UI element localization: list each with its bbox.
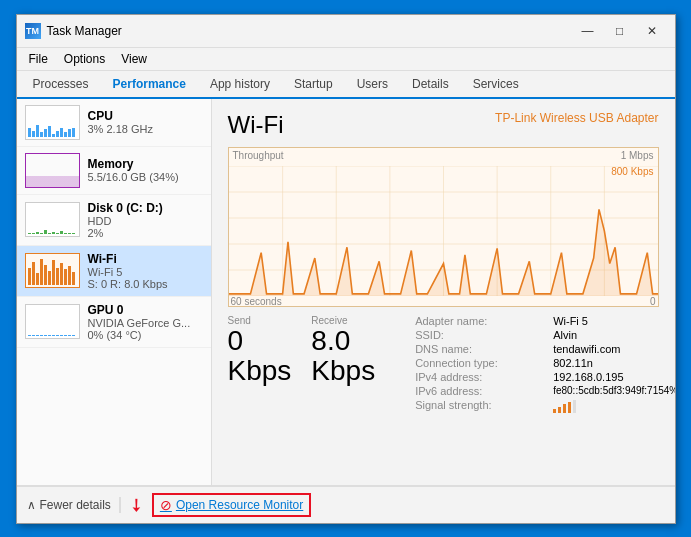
send-value: 0 Kbps — [228, 326, 292, 388]
maximize-button[interactable]: □ — [605, 21, 635, 41]
wifi-info: Wi-Fi Wi-Fi 5S: 0 R: 8.0 Kbps — [88, 252, 203, 290]
sidebar-item-gpu[interactable]: GPU 0 NVIDIA GeForce G...0% (34 °C) — [17, 297, 211, 348]
adapter-name-value: Wi-Fi 5 — [553, 315, 674, 327]
signal-bar-3 — [563, 404, 566, 413]
task-manager-window: TM Task Manager — □ ✕ File Options View … — [16, 14, 676, 524]
receive-value: 8.0 Kbps — [311, 326, 375, 388]
signal-bar-4 — [568, 402, 571, 413]
tab-details[interactable]: Details — [400, 71, 461, 97]
sidebar-item-memory[interactable]: Memory 5.5/16.0 GB (34%) — [17, 147, 211, 195]
tab-services[interactable]: Services — [461, 71, 531, 97]
signal-label: Signal strength: — [415, 399, 545, 413]
signal-bar-1 — [553, 409, 556, 413]
arrow-icon: ➘ — [123, 491, 149, 517]
memory-name: Memory — [88, 157, 203, 171]
time-start-label: 60 seconds — [231, 296, 282, 307]
sidebar-item-disk[interactable]: Disk 0 (C: D:) HDD2% — [17, 195, 211, 246]
tab-users[interactable]: Users — [345, 71, 400, 97]
send-label: Send — [228, 315, 292, 326]
open-resource-monitor-button[interactable]: ⊘ Open Resource Monitor — [152, 493, 311, 517]
sidebar: CPU 3% 2.18 GHz Memory 5.5/16.0 GB (34%) — [17, 99, 212, 485]
tab-startup[interactable]: Startup — [282, 71, 345, 97]
main-header: Wi-Fi TP-Link Wireless USB Adapter — [228, 111, 659, 139]
bottom-bar: ∧ Fewer details ➘ ⊘ Open Resource Monito… — [17, 485, 675, 523]
details-grid: Adapter name: Wi-Fi 5 SSID: Alvin DNS na… — [415, 315, 674, 413]
ipv4-value: 192.168.0.195 — [553, 371, 674, 383]
tab-bar: Processes Performance App history Startu… — [17, 71, 675, 99]
connection-label: Connection type: — [415, 357, 545, 369]
wifi-sub: Wi-Fi 5S: 0 R: 8.0 Kbps — [88, 266, 203, 290]
throughput-label: Throughput — [233, 150, 284, 161]
menu-bar: File Options View — [17, 48, 675, 71]
fewer-details-button[interactable]: ∧ Fewer details — [27, 498, 111, 512]
sidebar-item-wifi[interactable]: Wi-Fi Wi-Fi 5S: 0 R: 8.0 Kbps — [17, 246, 211, 297]
content-area: CPU 3% 2.18 GHz Memory 5.5/16.0 GB (34%) — [17, 99, 675, 485]
wifi-thumbnail — [25, 253, 80, 288]
chevron-up-icon: ∧ — [27, 498, 36, 512]
secondary-label: 800 Kbps — [611, 166, 653, 177]
send-stats: Send 0 Kbps — [228, 315, 292, 413]
gpu-name: GPU 0 — [88, 303, 203, 317]
gpu-thumbnail — [25, 304, 80, 339]
cpu-sub: 3% 2.18 GHz — [88, 123, 203, 135]
fewer-details-label: Fewer details — [40, 498, 111, 512]
cpu-info: CPU 3% 2.18 GHz — [88, 109, 203, 135]
cpu-thumbnail — [25, 105, 80, 140]
wifi-name: Wi-Fi — [88, 252, 203, 266]
app-icon: TM — [25, 23, 41, 39]
window-title: Task Manager — [47, 24, 567, 38]
tab-processes[interactable]: Processes — [21, 71, 101, 97]
adapter-name-label: Adapter name: — [415, 315, 545, 327]
memory-thumbnail — [25, 153, 80, 188]
main-panel: Wi-Fi TP-Link Wireless USB Adapter Throu… — [212, 99, 675, 485]
adapter-name: TP-Link Wireless USB Adapter — [495, 111, 658, 125]
ssid-value: Alvin — [553, 329, 674, 341]
throughput-chart: Throughput 1 Mbps 800 Kbps — [228, 147, 659, 307]
ipv4-label: IPv4 address: — [415, 371, 545, 383]
minimize-button[interactable]: — — [573, 21, 603, 41]
memory-info: Memory 5.5/16.0 GB (34%) — [88, 157, 203, 183]
ipv6-value: fe80::5cdb:5df3:949f:7154%28 — [553, 385, 674, 397]
signal-bar-5 — [573, 400, 576, 413]
main-title: Wi-Fi — [228, 111, 284, 139]
tab-performance[interactable]: Performance — [101, 71, 198, 99]
menu-options[interactable]: Options — [56, 50, 113, 68]
disk-info: Disk 0 (C: D:) HDD2% — [88, 201, 203, 239]
window-controls: — □ ✕ — [573, 21, 667, 41]
menu-view[interactable]: View — [113, 50, 155, 68]
memory-sub: 5.5/16.0 GB (34%) — [88, 171, 203, 183]
disk-thumbnail — [25, 202, 80, 237]
title-bar: TM Task Manager — □ ✕ — [17, 15, 675, 48]
ipv6-label: IPv6 address: — [415, 385, 545, 397]
sidebar-item-cpu[interactable]: CPU 3% 2.18 GHz — [17, 99, 211, 147]
disk-name: Disk 0 (C: D:) — [88, 201, 203, 215]
tab-app-history[interactable]: App history — [198, 71, 282, 97]
gpu-info: GPU 0 NVIDIA GeForce G...0% (34 °C) — [88, 303, 203, 341]
stats-row: Send 0 Kbps Receive 8.0 Kbps Adapter nam… — [228, 315, 659, 413]
receive-label: Receive — [311, 315, 375, 326]
open-monitor-label: Open Resource Monitor — [176, 498, 303, 512]
close-button[interactable]: ✕ — [637, 21, 667, 41]
divider — [119, 497, 121, 513]
receive-stats: Receive 8.0 Kbps — [311, 315, 375, 413]
cpu-name: CPU — [88, 109, 203, 123]
gpu-sub: NVIDIA GeForce G...0% (34 °C) — [88, 317, 203, 341]
menu-file[interactable]: File — [21, 50, 56, 68]
chart-time-labels: 60 seconds 0 — [229, 296, 658, 307]
dns-value: tendawifi.com — [553, 343, 674, 355]
connection-value: 802.11n — [553, 357, 674, 369]
chart-svg — [229, 166, 658, 296]
monitor-icon: ⊘ — [160, 497, 172, 513]
signal-strength — [553, 399, 674, 413]
time-end-label: 0 — [650, 296, 656, 307]
signal-bar-2 — [558, 407, 561, 413]
dns-label: DNS name: — [415, 343, 545, 355]
disk-sub: HDD2% — [88, 215, 203, 239]
ssid-label: SSID: — [415, 329, 545, 341]
max-label: 1 Mbps — [621, 150, 654, 161]
